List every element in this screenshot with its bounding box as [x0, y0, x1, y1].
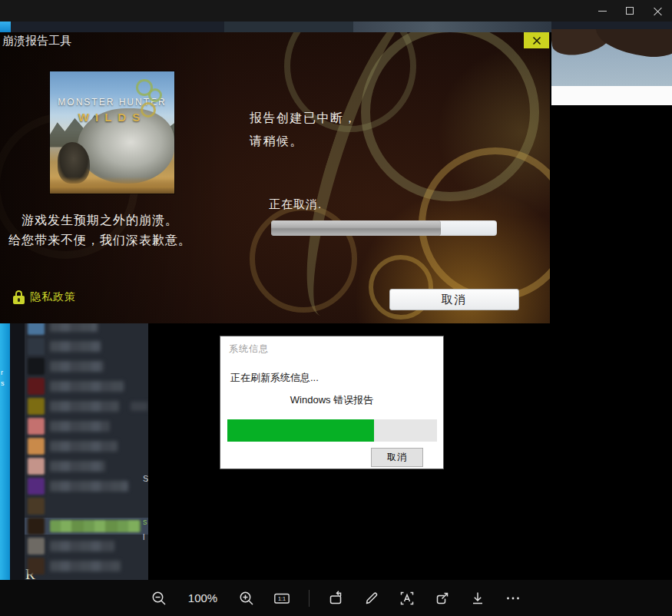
blurred-text — [50, 561, 121, 571]
text-extract-icon — [399, 590, 415, 607]
viewer-toolbar: 100% 1:1 — [0, 580, 672, 616]
svg-text:1:1: 1:1 — [278, 595, 286, 602]
selected-item-bar — [50, 520, 141, 532]
grass-field — [50, 177, 174, 194]
report-subject-text: Windows 错误报告 — [220, 393, 443, 407]
actual-size-button[interactable]: 1:1 — [273, 590, 290, 607]
blurred-text — [50, 461, 105, 472]
list-item[interactable] — [28, 418, 148, 435]
system-cancel-button[interactable]: 取消 — [371, 448, 423, 467]
list-item[interactable] — [28, 358, 148, 375]
apology-message: 游戏发生预期之外的崩溃。 给您带来不便，我们深表歉意。 — [8, 210, 192, 250]
close-icon — [654, 7, 662, 15]
crash-dialog-close-button[interactable] — [524, 32, 549, 48]
list-item-icon — [28, 538, 45, 555]
game-logo-emblem — [134, 78, 167, 122]
system-info-dialog: 系统信息 正在刷新系统信息... Windows 错误报告 取消 — [220, 336, 444, 469]
crash-progress-fill — [271, 220, 441, 236]
list-item-icon — [28, 558, 45, 575]
refreshing-status-text: 正在刷新系统信息... — [230, 371, 319, 385]
blurred-text — [50, 341, 101, 352]
list-item[interactable] — [28, 378, 148, 395]
privacy-policy-link[interactable]: 隐私政策 — [13, 290, 76, 304]
list-item[interactable] — [28, 538, 148, 555]
list-item-icon — [28, 498, 45, 515]
system-progress-bar — [227, 419, 437, 442]
strip-text-fragment: s — [1, 380, 5, 387]
text-extract-button[interactable] — [399, 590, 415, 607]
game-box-art: MONSTER HUNTER WILDS — [50, 71, 174, 194]
minimize-icon — [598, 11, 607, 12]
blurred-text — [50, 361, 104, 372]
list-item-icon — [28, 358, 45, 375]
list-item[interactable] — [28, 498, 148, 515]
list-item-icon — [28, 418, 45, 435]
list-item[interactable] — [28, 478, 148, 495]
rotate-icon — [328, 590, 345, 607]
share-button[interactable] — [434, 590, 451, 607]
background-screenshot-fragment — [551, 29, 672, 86]
save-icon — [469, 590, 486, 607]
report-status-line1: 报告创建已中断， — [250, 107, 357, 130]
report-status-line2: 请稍候。 — [250, 130, 357, 153]
list-item[interactable] — [28, 338, 148, 355]
maximize-icon — [626, 7, 634, 15]
list-item-icon — [28, 338, 45, 355]
edge-letter: l — [143, 532, 144, 541]
report-status-message: 报告创建已中断， 请稍候。 — [250, 107, 357, 153]
apology-line2: 给您带来不便，我们深表歉意。 — [8, 230, 192, 250]
save-button[interactable] — [469, 590, 486, 607]
list-item-icon — [28, 323, 45, 335]
list-item[interactable] — [28, 398, 148, 415]
edge-letter: S — [143, 474, 148, 483]
background-cyan-strip: rs — [0, 323, 10, 580]
minimize-button[interactable] — [594, 2, 611, 19]
list-item[interactable] — [28, 438, 148, 455]
more-options-button[interactable] — [505, 590, 521, 607]
toolbar-divider — [309, 590, 310, 607]
system-dialog-title: 系统信息 — [229, 343, 269, 356]
cancelling-label: 正在取消. — [269, 197, 322, 212]
window-titlebar — [0, 0, 672, 22]
blurred-text — [50, 323, 98, 332]
zoom-in-icon — [238, 590, 255, 607]
background-dark-gap — [10, 323, 25, 580]
system-progress-fill — [227, 419, 374, 442]
list-item[interactable] — [28, 558, 148, 575]
zoom-level-label[interactable]: 100% — [186, 591, 220, 604]
edit-button[interactable] — [363, 590, 380, 607]
more-options-icon — [505, 590, 521, 607]
crash-dialog-title: 崩溃报告工具 — [2, 34, 71, 48]
list-item-icon — [28, 518, 45, 535]
crash-cancel-button[interactable]: 取消 — [389, 289, 519, 310]
list-item-icon — [28, 478, 45, 495]
crash-progress-bar — [271, 220, 497, 236]
apology-line1: 游戏发生预期之外的崩溃。 — [8, 210, 192, 230]
zoom-out-button[interactable] — [151, 590, 167, 607]
list-item-icon — [28, 438, 45, 455]
rotate-button[interactable] — [328, 590, 345, 607]
privacy-policy-label: 隐私政策 — [30, 290, 76, 304]
blurred-list: R Ssl — [25, 323, 148, 580]
list-item[interactable] — [28, 458, 148, 475]
blurred-text — [50, 541, 114, 551]
list-item[interactable] — [28, 323, 148, 335]
blurred-text — [50, 401, 119, 412]
zoom-out-icon — [151, 590, 167, 607]
edge-letter: s — [143, 517, 147, 526]
crash-report-dialog: 崩溃报告工具 MONSTER HUNTER WILDS 报告创建已中断， 请稍候… — [0, 32, 550, 323]
list-item-icon — [28, 398, 45, 415]
background-app-icon — [0, 22, 11, 32]
blurred-text — [50, 421, 110, 432]
strip-text-fragment: r — [1, 369, 3, 376]
zoom-in-button[interactable] — [238, 590, 255, 607]
maximize-button[interactable] — [621, 2, 638, 19]
blurred-text — [50, 381, 124, 392]
blurred-text — [131, 402, 148, 411]
close-icon — [532, 36, 541, 45]
rock-silhouette — [594, 29, 672, 60]
list-item-icon — [28, 378, 45, 395]
list-item-selected[interactable] — [25, 518, 148, 535]
close-button[interactable] — [649, 2, 666, 19]
blurred-text — [50, 441, 118, 452]
